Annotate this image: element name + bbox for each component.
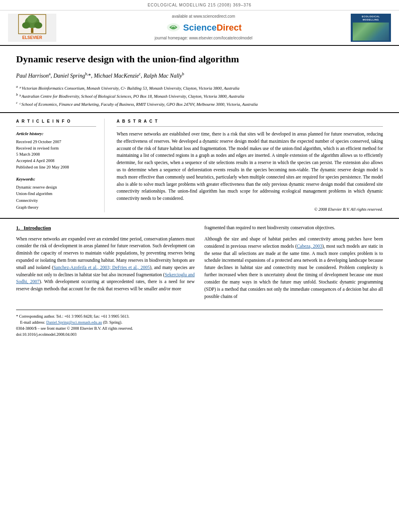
- published-date: Published on line 20 May 2008: [16, 164, 96, 170]
- intro-para3: Although the size and shape of habitat p…: [204, 236, 383, 300]
- journal-logo-title: ECOLOGICALMODELLING: [362, 15, 380, 22]
- revised-date: Received in revised form5 March 2008: [16, 145, 96, 158]
- body-left-col: 1. Introduction When reserve networks ar…: [16, 224, 195, 304]
- abstract-header: A B S T R A C T: [117, 119, 383, 127]
- ref-sekercioglu[interactable]: Sekercioglu and Sodhi, 2007: [16, 272, 195, 284]
- keyword-2: Union-find algorithm: [16, 191, 96, 197]
- elsevier-label: ELSEVIER: [22, 35, 42, 41]
- article-info-header: A R T I C L E I N F O: [16, 119, 96, 127]
- article-info-col: A R T I C L E I N F O Article history: R…: [16, 119, 105, 212]
- author-paul: Paul Harrison: [16, 72, 49, 78]
- available-text: available at www.sciencedirect.com: [56, 14, 351, 20]
- sciencedirect-icon: [165, 22, 181, 33]
- keyword-1: Dynamic reserve design: [16, 184, 96, 191]
- history-label: Article history:: [16, 131, 96, 137]
- keywords-label: Keywords:: [16, 176, 96, 183]
- email-label: E-mail address:: [20, 320, 46, 325]
- email-suffix: (D. Spring).: [102, 320, 123, 325]
- author-ralph: Ralph Mac Nally: [144, 72, 182, 78]
- authors-line: Paul Harrisona, Daniel Springb,*, Michae…: [16, 71, 383, 80]
- email-note: E-mail address: Daniel.Spring@sci.monash…: [16, 319, 383, 325]
- svg-point-5: [27, 15, 37, 23]
- copyright: © 2008 Elsevier B.V. All rights reserved…: [117, 206, 383, 212]
- sciencedirect-logo: ScienceDirect: [56, 21, 351, 34]
- svg-point-4: [34, 22, 42, 29]
- elsevier-logo: ELSEVIER: [8, 14, 56, 42]
- abstract-text: When reserve networks are established ov…: [117, 131, 383, 202]
- doi-note: doi:10.1016/j.ecolmodel.2008.04.003: [16, 331, 383, 337]
- journal-header-text: ECOLOGICAL MODELLING 215 (2008) 369–376: [148, 3, 251, 7]
- body-right-col: fragmented than required to meet biodive…: [204, 224, 383, 304]
- author-b2-sup: b: [182, 72, 184, 76]
- affiliations: a ᵃ Victorian Bioinformatics Consortium,…: [16, 84, 383, 108]
- journal-logo-image: [353, 23, 389, 41]
- homepage-text: journal homepage: www.elsevier.com/locat…: [56, 35, 351, 41]
- svg-rect-1: [31, 28, 33, 33]
- abstract-col: A B S T R A C T When reserve networks ar…: [117, 119, 383, 212]
- keywords-list: Dynamic reserve design Union-find algori…: [16, 184, 96, 211]
- affil-b: b ᵇ Australian Centre for Biodiversity, …: [16, 92, 383, 99]
- ref-sanchez[interactable]: Sanchez-Azofeifa et al., 2003; DeFries e…: [53, 265, 150, 270]
- received-date: Received 29 October 2007: [16, 139, 96, 145]
- corresponding-text: * Corresponding author. Tel.: +61 3 9905…: [16, 314, 130, 318]
- journal-header: ECOLOGICAL MODELLING 215 (2008) 369–376: [0, 0, 399, 10]
- accepted-date: Accepted 4 April 2008: [16, 158, 96, 164]
- svg-point-3: [22, 22, 30, 29]
- elsevier-tree-icon: [18, 14, 46, 34]
- section-title: Introduction: [24, 225, 51, 231]
- keyword-3: Connectivity: [16, 197, 96, 204]
- keyword-4: Graph theory: [16, 204, 96, 211]
- journal-logo: ECOLOGICALMODELLING: [351, 14, 391, 42]
- article-dates: Received 29 October 2007 Received in rev…: [16, 139, 96, 170]
- affil-c: c ᶜ School of Economics, Finance and Mar…: [16, 100, 383, 107]
- page-container: ECOLOGICAL MODELLING 215 (2008) 369–376 …: [0, 0, 399, 341]
- email-link[interactable]: Daniel.Spring@sci.monash.edu.au: [46, 320, 102, 325]
- author-c-sup: c: [139, 72, 141, 76]
- article-title-section: Dynamic reserve design with the union-fi…: [0, 46, 399, 113]
- logos-banner: ELSEVIER available at www.sciencedirect.…: [0, 10, 399, 46]
- author-a-sup: a: [49, 72, 50, 76]
- author-daniel: Daniel Spring: [53, 72, 85, 78]
- affil-a: a ᵃ Victorian Bioinformatics Consortium,…: [16, 84, 383, 91]
- rights-note: 0304-3800/$ – see front matter © 2008 El…: [16, 325, 383, 331]
- article-title: Dynamic reserve design with the union-fi…: [16, 53, 383, 66]
- intro-heading: 1. Introduction: [16, 224, 195, 232]
- author-michael: Michael MacKenzie: [94, 72, 139, 78]
- main-body: 1. Introduction When reserve networks ar…: [0, 219, 399, 310]
- intro-para1: When reserve networks are expanded over …: [16, 236, 195, 293]
- section-number: 1.: [16, 225, 20, 231]
- footer-section: * Corresponding author. Tel.: +61 3 9905…: [16, 310, 383, 341]
- center-info: available at www.sciencedirect.com Scien…: [56, 14, 351, 41]
- intro-para2: fragmented than required to meet biodive…: [204, 224, 383, 232]
- ref-cabeza[interactable]: Cabeza, 2003: [297, 244, 322, 249]
- corresponding-note: * Corresponding author. Tel.: +61 3 9905…: [16, 313, 383, 319]
- sciencedirect-text: ScienceDirect: [183, 21, 242, 34]
- two-col-section: A R T I C L E I N F O Article history: R…: [0, 113, 399, 219]
